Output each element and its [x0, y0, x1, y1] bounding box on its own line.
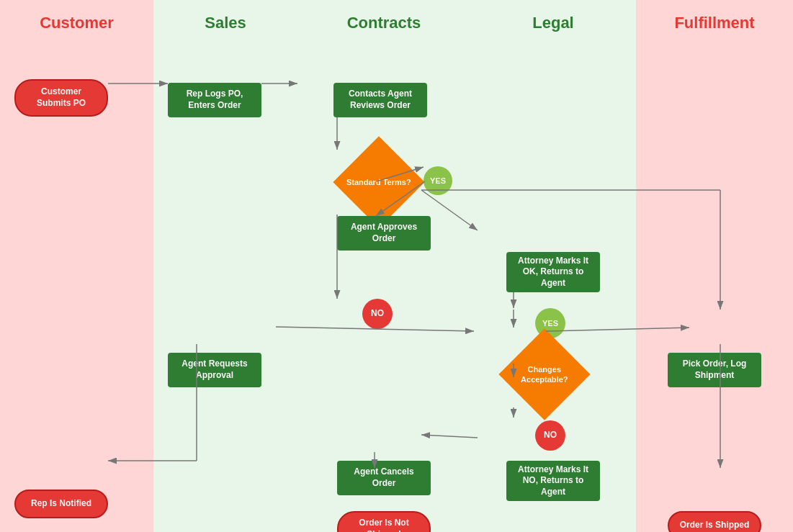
rep-logs-po: Rep Logs PO, Enters Order — [168, 83, 261, 117]
fulfillment-header: Fulfillment — [636, 0, 793, 43]
contracts-body: Contacts Agent Reviews Order Standard Te… — [297, 43, 470, 532]
agent-approves: Agent Approves Order — [337, 216, 431, 251]
contracts-header: Contracts — [297, 0, 470, 43]
customer-header: Customer — [0, 0, 153, 43]
rep-is-notified: Rep Is Notified — [14, 490, 108, 518]
legal-header: Legal — [470, 0, 636, 43]
sales-body: Rep Logs PO, Enters Order Agent Requests… — [153, 43, 297, 532]
yes1-circle: YES — [424, 166, 452, 195]
customer-body: Customer Submits PO Rep Is Notified — [0, 43, 153, 532]
agent-cancels: Agent Cancels Order — [337, 461, 431, 495]
diagram-container: Customer Customer Submits PO Rep Is Noti… — [0, 0, 793, 532]
legal-body: Attorney Marks It OK, Returns to Agent Y… — [470, 43, 636, 532]
order-not-shipped: Order Is Not Shipped — [337, 511, 431, 532]
lane-legal: Legal Attorney Marks It OK, Returns to A… — [470, 0, 636, 532]
no2-circle: NO — [535, 420, 565, 451]
contacts-agent: Contacts Agent Reviews Order — [333, 83, 427, 117]
agent-requests-approval: Agent Requests Approval — [168, 353, 261, 387]
pick-order: Pick Order, Log Shipment — [668, 353, 761, 387]
attorney-ok: Attorney Marks It OK, Returns to Agent — [506, 252, 600, 292]
lane-contracts: Contracts Contacts Agent Reviews Order S… — [297, 0, 470, 532]
fulfillment-body: Pick Order, Log Shipment Order Is Shippe… — [636, 43, 793, 532]
lane-customer: Customer Customer Submits PO Rep Is Noti… — [0, 0, 153, 532]
changes-acceptable-diamond: Changes Acceptable? — [498, 328, 590, 420]
standard-terms-diamond: Standard Terms? — [333, 136, 424, 227]
customer-submits-po: Customer Submits PO — [14, 79, 108, 117]
order-shipped: Order Is Shipped — [668, 511, 761, 532]
attorney-no: Attorney Marks It NO, Returns to Agent — [506, 461, 600, 501]
no1-circle: NO — [362, 299, 393, 329]
lane-fulfillment: Fulfillment Pick Order, Log Shipment Ord… — [636, 0, 793, 532]
sales-header: Sales — [153, 0, 297, 43]
lane-sales: Sales Rep Logs PO, Enters Order Agent Re… — [153, 0, 297, 532]
